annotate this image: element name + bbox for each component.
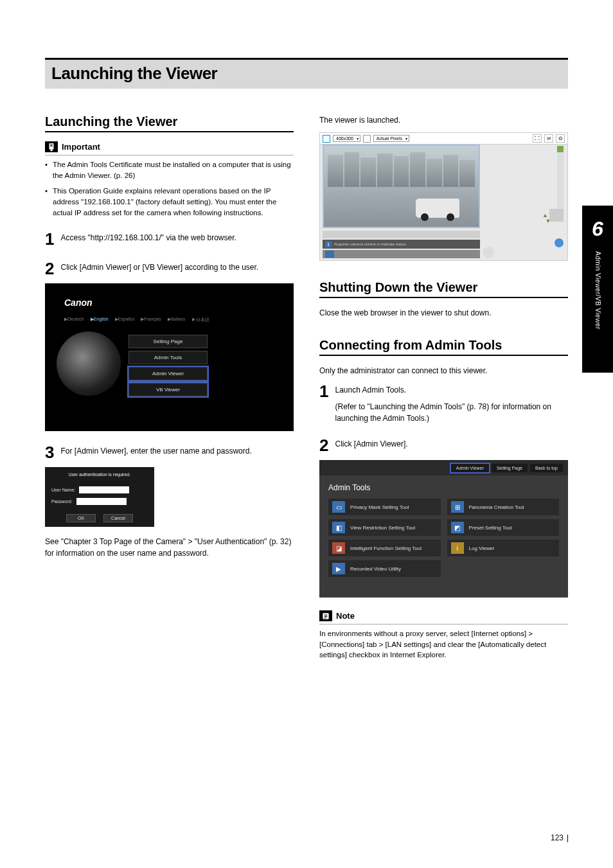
step-text: Click [Admin Viewer] or [VB Viewer] acco… [60,260,258,277]
figure-auth-dialog: User authentication is required. User Na… [45,467,154,527]
svg-rect-0 [49,143,54,149]
tilt-marker [557,146,564,152]
info-icon: i [325,241,332,247]
lang-link[interactable]: ▶Español [115,317,134,323]
video-area[interactable] [323,145,480,228]
step-1: 1 Access "http://192.168.100.1/" via the… [45,231,294,247]
camera-lens-graphic [57,332,121,396]
side-knob[interactable] [555,238,564,247]
step-number: 1 [319,383,328,424]
step-number: 1 [45,231,54,247]
connecting-intro: Only the administrator can connect to th… [319,365,568,376]
pan-slider[interactable] [323,231,480,238]
tool-recorded-video[interactable]: ▶Recorded Video Utility [328,560,441,577]
admin-tools-grid: ▭Privacy Mask Setting Tool ⊞Panorama Cre… [328,499,559,577]
ok-button[interactable]: OK [66,514,96,522]
username-input[interactable] [79,486,129,493]
step-text: For [Admin Viewer], enter the user name … [60,444,251,461]
tool-preset[interactable]: ◩Preset Setting Tool [447,519,560,536]
info-bar: i Acquires camera control or indicate st… [323,240,480,249]
page-title: Launching the Viewer [45,58,568,89]
note-icon [319,610,332,621]
password-input[interactable] [76,498,127,505]
size-dropdown[interactable]: 400x300 [333,135,360,142]
important-icon: ! [45,141,58,152]
cancel-button[interactable]: Cancel [103,514,133,522]
step-2: 2 Click [Admin Viewer] or [VB Viewer] ac… [45,260,294,277]
section-launching: Launching the Viewer [45,114,294,132]
important-bullet: This Operation Guide explains relevant o… [45,186,294,218]
admin-viewer-button[interactable]: Admin Viewer [129,367,208,380]
important-bullets: The Admin Tools Certificate must be inst… [45,159,294,218]
note-label: Note [336,611,355,621]
page-number: 123 [551,833,568,842]
figure-viewer-window: 400x300 Actual Pixels ⛶ ⇄ ✿ [319,132,568,261]
note-text: In environments without a proxy server, … [319,628,568,660]
section-connecting: Connecting from Admin Tools [319,338,568,356]
buildings-graphic [328,151,475,187]
snapshot-icon[interactable] [325,251,334,258]
important-label: Important [62,142,100,152]
step-3: 3 For [Admin Viewer], enter the user nam… [45,444,294,461]
tool-intelligent-function[interactable]: ◪Intelligent Function Setting Tool [328,540,441,556]
fit-dropdown[interactable]: Actual Pixels [373,135,409,142]
password-label: Password: [51,499,73,504]
admin-tools-tabs: Admin Viewer Setting Page Back to top [319,460,568,475]
viewer-launched-text: The viewer is launched. [319,114,568,126]
step-text: Access "http://192.168.100.1/" via the w… [60,231,236,247]
info-text: Acquires camera control or indicate stat… [334,242,407,246]
figure-top-page: Canon ▶Deutsch ▶English ▶Español ▶França… [45,283,294,431]
viewer-toolbar: 400x300 Actual Pixels ⛶ ⇄ ✿ [320,133,567,145]
step-text-line: Launch Admin Tools. [335,384,568,396]
canon-logo: Canon [64,297,93,308]
auth-title: User authentication is required. [45,472,154,477]
auth-buttons: OK Cancel [45,514,154,522]
tab-setting-page[interactable]: Setting Page [492,464,528,472]
lang-link[interactable]: ▶Italiano [168,317,186,323]
vb-viewer-button[interactable]: VB Viewer [129,383,208,396]
language-row: ▶Deutsch ▶English ▶Español ▶Français ▶It… [64,317,209,323]
left-column: Launching the Viewer ! Important The Adm… [45,114,294,660]
svg-rect-2 [50,145,53,146]
tool-view-restriction[interactable]: ◧View Restriction Setting Tool [328,519,441,536]
tool-icon: ⊞ [451,501,464,513]
tool-icon: i [451,542,464,554]
tool-icon: ▶ [332,563,345,574]
fit-icon [363,135,371,143]
tool-privacy-mask[interactable]: ▭Privacy Mask Setting Tool [328,499,441,515]
tab-back-to-top[interactable]: Back to top [530,464,563,472]
tilt-slider[interactable] [557,146,564,215]
lang-link[interactable]: ▶English [91,317,109,323]
section-shutting-down: Shutting Down the Viewer [319,280,568,298]
admin-tools-title: Admin Tools [328,483,370,492]
step-text: Launch Admin Tools. (Refer to "Launching… [335,383,568,424]
control-knob[interactable] [483,247,494,258]
scale-icon [323,135,330,143]
fullscreen-icon[interactable]: ⛶ [533,134,542,143]
setting-page-button[interactable]: Setting Page [129,335,208,348]
important-bullet: The Admin Tools Certificate must be inst… [45,159,294,181]
top-page-buttons: Setting Page Admin Tools Admin Viewer VB… [129,335,208,399]
note-header: Note [319,610,568,624]
van-graphic [416,199,459,218]
conn-step-2: 2 Click [Admin Viewer]. [319,437,568,454]
lang-link[interactable]: ▶Deutsch [64,317,84,323]
shutdown-text: Close the web browser in the viewer to s… [319,307,568,319]
step-number: 2 [45,260,54,277]
lang-link[interactable]: ▶Français [141,317,161,323]
tab-admin-viewer[interactable]: Admin Viewer [451,464,489,472]
lang-link[interactable]: ▶日本語 [191,317,209,323]
tool-panorama[interactable]: ⊞Panorama Creation Tool [447,499,560,515]
figure-admin-tools: Admin Viewer Setting Page Back to top Ad… [319,460,568,598]
step-number: 2 [319,437,328,454]
settings-icon[interactable]: ✿ [556,134,565,143]
reconnect-icon[interactable]: ⇄ [544,134,553,143]
tool-icon: ◩ [451,522,464,533]
side-controls: ▲▲▼ [540,146,564,247]
tool-icon: ◪ [332,542,345,554]
tool-log-viewer[interactable]: iLog Viewer [447,540,560,556]
admin-tools-button[interactable]: Admin Tools [129,351,208,364]
tool-icon: ▭ [332,501,345,513]
tool-icon: ◧ [332,522,345,533]
preview-box[interactable] [549,209,564,222]
